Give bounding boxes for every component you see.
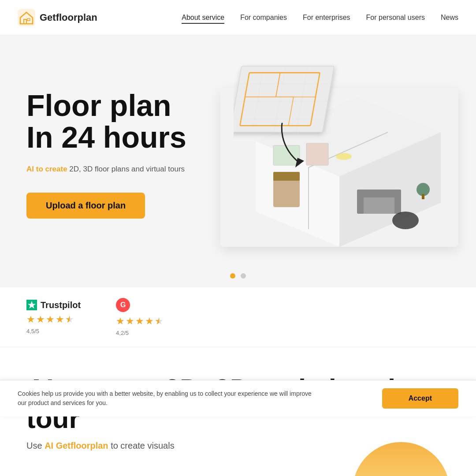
cookie-accept-button[interactable]: Accept bbox=[382, 388, 458, 409]
cookie-text: Cookies help us provide you with a bette… bbox=[18, 389, 317, 408]
trustpilot-name: Trustpilot bbox=[41, 300, 81, 310]
upload-floor-plan-button[interactable]: Upload a floor plan bbox=[26, 193, 145, 219]
nav-enterprises[interactable]: For enterprises bbox=[303, 14, 350, 23]
nav-companies[interactable]: For companies bbox=[240, 14, 287, 23]
trustpilot-rating: Trustpilot ★ ★ ★ ★ ★★ 4,5/5 bbox=[26, 300, 81, 335]
logo-text: Getfloorplan bbox=[40, 12, 97, 23]
nav-about[interactable]: About service bbox=[182, 14, 224, 24]
cookie-bar: Cookies help us provide you with a bette… bbox=[0, 380, 476, 416]
g2-rating: G ★ ★ ★ ★ ★★ 4,2/5 bbox=[116, 298, 164, 336]
carousel-dot-1[interactable] bbox=[230, 273, 235, 279]
nav-news[interactable]: News bbox=[441, 14, 458, 23]
nav-personal[interactable]: For personal users bbox=[366, 14, 425, 23]
hero-section: Floor plan In 24 hours AI to create 2D, … bbox=[0, 35, 476, 264]
svg-marker-13 bbox=[295, 158, 304, 167]
trustpilot-score: 4,5/5 bbox=[26, 328, 81, 335]
ratings-bar: Trustpilot ★ ★ ★ ★ ★★ 4,5/5 G ★ ★ ★ ★ ★★… bbox=[0, 287, 476, 347]
hero-title: Floor plan In 24 hours bbox=[26, 90, 203, 153]
ai-circle-decoration bbox=[353, 442, 450, 476]
logo-link[interactable]: Getfloorplan bbox=[18, 9, 97, 26]
arrow-icon bbox=[273, 119, 326, 174]
g2-logo-wrap: G bbox=[116, 298, 164, 312]
trustpilot-logo: Trustpilot bbox=[26, 300, 81, 310]
nav-links: About service For companies For enterpri… bbox=[182, 14, 458, 22]
g2-stars: ★ ★ ★ ★ ★★ bbox=[116, 316, 164, 327]
svg-point-32 bbox=[336, 153, 352, 160]
svg-point-27 bbox=[392, 212, 419, 229]
g2-logo-icon: G bbox=[116, 298, 130, 312]
trustpilot-stars: ★ ★ ★ ★ ★★ bbox=[26, 314, 81, 325]
hero-left: Floor plan In 24 hours AI to create 2D, … bbox=[26, 90, 203, 218]
logo-icon bbox=[18, 9, 35, 26]
floorplan-visual bbox=[203, 62, 458, 247]
svg-rect-26 bbox=[394, 190, 401, 214]
g2-score: 4,2/5 bbox=[116, 330, 164, 336]
svg-rect-29 bbox=[422, 194, 424, 199]
navbar: Getfloorplan About service For companies… bbox=[0, 0, 476, 35]
svg-rect-25 bbox=[357, 190, 364, 214]
hero-right bbox=[203, 62, 458, 247]
carousel-dot-2[interactable] bbox=[241, 273, 246, 279]
carousel-dots bbox=[0, 264, 476, 287]
hero-subtitle: AI to create 2D, 3D floor plans and virt… bbox=[26, 164, 203, 175]
trustpilot-star-icon bbox=[26, 300, 37, 310]
